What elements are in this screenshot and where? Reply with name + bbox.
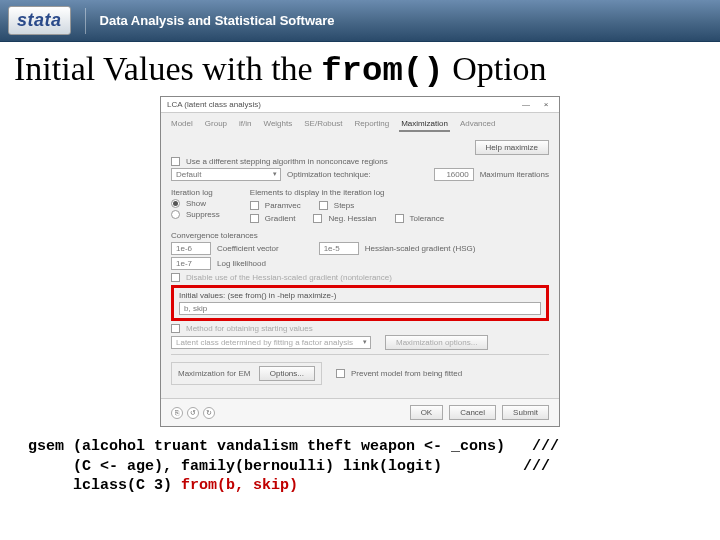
em-group: Maximization for EM Options... [171, 362, 322, 385]
stata-banner: stata Data Analysis and Statistical Soft… [0, 0, 720, 42]
tab-reporting[interactable]: Reporting [353, 117, 392, 132]
tab-ifin[interactable]: if/in [237, 117, 253, 132]
ok-button[interactable]: OK [410, 405, 444, 420]
tab-maximization[interactable]: Maximization [399, 117, 450, 132]
dialog-footer: ⎘ ↺ ↻ OK Cancel Submit [161, 398, 559, 426]
code-l2b: /// [442, 458, 550, 475]
iteration-log-label: Iteration log [171, 188, 220, 197]
em-label: Maximization for EM [178, 369, 250, 378]
cancel-button[interactable]: Cancel [449, 405, 496, 420]
iteration-log-group: Iteration log Show Suppress [171, 188, 220, 221]
disable-hsg-checkbox[interactable] [171, 273, 180, 282]
disable-hsg-label: Disable use of the Hessian-scaled gradie… [186, 273, 392, 282]
maxiter-label: Maximum iterations [480, 170, 549, 179]
gradient-label: Gradient [265, 214, 296, 223]
lca-dialog: LCA (latent class analysis) — × Model Gr… [160, 96, 560, 427]
undo-icon[interactable]: ↺ [187, 407, 199, 419]
paramvec-label: Paramvec [265, 201, 301, 210]
tolerance-checkbox[interactable] [395, 214, 404, 223]
copy-icon[interactable]: ⎘ [171, 407, 183, 419]
footer-tools: ⎘ ↺ ↻ [171, 405, 215, 420]
startmethod-label: Method for obtaining starting values [186, 324, 313, 333]
slide-title: Initial Values with the from() Option [0, 42, 720, 94]
initial-values-label: Initial values: (see from() in -help max… [179, 291, 541, 300]
close-button[interactable]: × [539, 100, 553, 109]
latent-class-default-select[interactable]: Latent class determined by fitting a fac… [171, 336, 371, 349]
convergence-tolerances-label: Convergence tolerances [171, 231, 549, 240]
maximization-options-button[interactable]: Maximization options... [385, 335, 488, 350]
display-elements-label: Elements to display in the iteration log [250, 188, 444, 197]
title-post: Option [444, 50, 547, 87]
maxiter-input[interactable]: 16000 [434, 168, 474, 181]
code-l2a: (C <- age), family(bernoulli) link(logit… [28, 458, 442, 475]
tab-group[interactable]: Group [203, 117, 229, 132]
dialog-body: Help maximize Use a different stepping a… [161, 132, 559, 398]
code-l1a: gsem (alcohol truant vandalism theft wea… [28, 438, 505, 455]
show-radio[interactable] [171, 199, 180, 208]
tab-weights[interactable]: Weights [261, 117, 294, 132]
steps-label: Steps [334, 201, 354, 210]
code-l3hl: from(b, skip) [181, 477, 298, 494]
diffstep-label: Use a different stepping algorithm in no… [186, 157, 388, 166]
code-example: gsem (alcohol truant vandalism theft wea… [0, 427, 720, 500]
loglik-tol-input[interactable]: 1e-7 [171, 257, 211, 270]
neghessian-checkbox[interactable] [313, 214, 322, 223]
prevent-fit-label: Prevent model from being fitted [351, 369, 462, 378]
initial-values-highlight: Initial values: (see from() in -help max… [171, 285, 549, 321]
banner-tagline: Data Analysis and Statistical Software [100, 13, 335, 28]
coef-tol-input[interactable]: 1e-6 [171, 242, 211, 255]
convergence-tolerances-group: Convergence tolerances 1e-6 Coefficient … [171, 231, 549, 270]
divider [171, 354, 549, 355]
paramvec-checkbox[interactable] [250, 201, 259, 210]
show-label: Show [186, 199, 206, 208]
optimization-technique-select[interactable]: Default [171, 168, 281, 181]
neghessian-label: Neg. Hessian [328, 214, 376, 223]
hsg-tol-input[interactable]: 1e-5 [319, 242, 359, 255]
submit-button[interactable]: Submit [502, 405, 549, 420]
title-pre: Initial Values with the [14, 50, 321, 87]
loglik-tol-label: Log likelihood [217, 259, 266, 268]
redo-icon[interactable]: ↻ [203, 407, 215, 419]
suppress-label: Suppress [186, 210, 220, 219]
prevent-fit-checkbox[interactable] [336, 369, 345, 378]
diffstep-checkbox[interactable] [171, 157, 180, 166]
dialog-titlebar: LCA (latent class analysis) — × [161, 97, 559, 113]
coef-tol-label: Coefficient vector [217, 244, 279, 253]
display-elements-group: Elements to display in the iteration log… [250, 188, 444, 225]
dialog-title: LCA (latent class analysis) [167, 100, 261, 109]
em-options-button[interactable]: Options... [259, 366, 315, 381]
window-controls: — × [519, 100, 553, 109]
hsg-tol-label: Hessian-scaled gradient (HSG) [365, 244, 476, 253]
steps-checkbox[interactable] [319, 201, 328, 210]
startmethod-checkbox[interactable] [171, 324, 180, 333]
help-maximize-button[interactable]: Help maximize [475, 140, 549, 155]
suppress-radio[interactable] [171, 210, 180, 219]
banner-separator [85, 8, 86, 34]
gradient-checkbox[interactable] [250, 214, 259, 223]
stata-logo: stata [8, 6, 71, 35]
title-mono: from() [321, 52, 443, 90]
dialog-tabs: Model Group if/in Weights SE/Robust Repo… [161, 113, 559, 132]
code-l3a: lclass(C 3) [28, 477, 181, 494]
minimize-button[interactable]: — [519, 100, 533, 109]
tab-model[interactable]: Model [169, 117, 195, 132]
tab-serobust[interactable]: SE/Robust [302, 117, 344, 132]
code-l1b: /// [505, 438, 559, 455]
initial-values-input[interactable]: b, skip [179, 302, 541, 315]
tab-advanced[interactable]: Advanced [458, 117, 498, 132]
optimization-technique-label: Optimization technique: [287, 170, 371, 179]
tolerance-label: Tolerance [410, 214, 445, 223]
